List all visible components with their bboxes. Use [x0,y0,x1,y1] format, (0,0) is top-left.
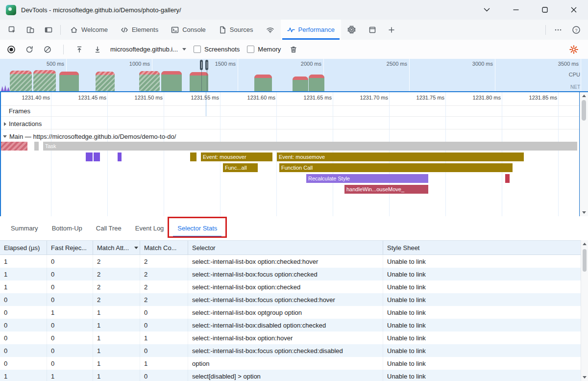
close-button[interactable] [559,0,588,20]
help-button[interactable]: ? [567,25,585,34]
table-row[interactable]: 1022select:-internal-list-box option:che… [0,280,581,293]
cpu-lane-label: CPU [569,72,580,77]
maximize-button[interactable] [530,0,559,20]
memory-chip-icon [347,25,356,34]
table-row[interactable]: 1110select[disabled] > optionUnable to l… [0,370,581,381]
column-header-fast-rejec-[interactable]: Fast Rejec... [47,241,93,254]
scrollbar-thumb[interactable] [582,100,586,121]
panel-tab-bottom-up[interactable]: Bottom-Up [45,216,89,240]
timeline-time-label: 1231.80 ms [466,95,501,101]
table-row[interactable]: 0022select:-internal-list-box:focus opti… [0,293,581,306]
tab-console[interactable]: Console [165,20,212,40]
panel-tab-summary[interactable]: Summary [4,216,45,240]
grid-header: Elapsed (µs)Fast Rejec...Match Att...Mat… [0,240,581,255]
table-cell: 1 [140,331,188,344]
table-row[interactable]: 1022select:-internal-list-box:focus opti… [0,268,581,280]
capture-settings-button[interactable] [568,44,579,55]
scrollbar-thumb[interactable] [583,249,587,272]
record-button[interactable] [6,44,17,55]
clear-recording-button[interactable] [42,44,53,55]
window-dock-chevron-button[interactable] [472,0,501,20]
main-track-header[interactable]: Main — https://microsoftedge.github.io/D… [3,133,176,140]
inspect-element-button[interactable] [3,20,21,40]
scroll-up-icon[interactable] [583,243,587,245]
tab-network[interactable] [260,20,281,40]
screenshots-checkbox-group[interactable]: Screenshots [194,46,240,53]
panel-tab-call-tree[interactable]: Call Tree [89,216,128,240]
event-mousemove-bar[interactable]: Event: mousemove [277,152,524,161]
frames-row-label[interactable]: Frames [9,107,30,115]
main-task-bar[interactable]: Task [43,142,577,151]
table-row[interactable]: 0010select:-internal-list-box:focus opti… [0,344,581,357]
table-cell: 0 [140,319,188,331]
column-header-text: Selector [192,244,216,252]
scroll-down-icon[interactable] [583,376,587,379]
minimize-icon [513,7,519,13]
column-header-style-sheet[interactable]: Style Sheet [383,241,581,254]
save-profile-button[interactable] [92,44,103,55]
style-block[interactable] [505,174,510,183]
focus-mode-button[interactable] [39,20,57,40]
function-call-bar[interactable]: Func...all [223,163,258,172]
activity-block[interactable] [86,152,93,161]
recalculate-style-bar[interactable]: Recalculate Style [306,174,428,183]
table-cell: 0 [47,255,93,268]
tab-elements[interactable]: Elements [114,20,165,40]
column-header-elapsed-s-[interactable]: Elapsed (µs) [0,241,47,254]
cpu-activity-blob [33,70,56,91]
event-handler-bar[interactable]: handleWin...ouseMove_ [344,185,428,194]
flame-chart[interactable]: Frames Interactions Main — https://micro… [0,92,588,216]
window-handle-left[interactable] [200,60,203,70]
interactions-row-label[interactable]: Interactions [4,120,42,127]
table-row[interactable]: 0110select:-internal-list-box optgroup o… [0,306,581,319]
table-cell: 2 [93,293,140,306]
scroll-down-icon[interactable] [582,211,586,214]
column-header-match-att-[interactable]: Match Att... [93,241,140,254]
panel-tab-event-log[interactable]: Event Log [128,216,171,240]
memory-checkbox[interactable] [247,46,254,53]
event-block[interactable] [190,152,196,161]
tab-application[interactable] [362,20,383,40]
table-cell: Unable to link [383,319,581,331]
task-fragment[interactable] [34,142,39,151]
memory-checkbox-group[interactable]: Memory [247,46,281,53]
overview-time-label: 2000 ms [290,61,321,67]
flame-chart-scrollbar[interactable] [580,92,588,216]
window-handle-right[interactable] [205,60,208,70]
column-header-match-co-[interactable]: Match Co... [140,241,188,254]
panel-tab-selector-stats[interactable]: Selector Stats [171,216,224,240]
table-cell: select:-internal-list-box option:checked… [188,255,383,268]
screenshots-checkbox[interactable] [194,46,201,53]
interactions-label-text: Interactions [9,120,42,127]
table-row[interactable]: 0011select:-internal-list-box option:hov… [0,331,581,344]
reload-and-record-button[interactable] [24,44,35,55]
load-profile-button[interactable] [74,44,85,55]
activity-block[interactable] [94,152,100,161]
overview-strip[interactable]: CPU NET 500 ms1000 ms1500 ms2000 ms2500 … [0,59,588,92]
table-cell: select:-internal-list-box:disabled optio… [188,319,383,331]
column-header-selector[interactable]: Selector [188,241,383,254]
scroll-up-icon[interactable] [582,95,586,97]
function-call-bar[interactable]: Function Call [279,163,513,172]
table-row[interactable]: 1022select:-internal-list-box option:che… [0,255,581,268]
table-row[interactable]: 0011optionUnable to link [0,357,581,370]
minimize-button[interactable] [501,0,530,20]
divider [63,45,64,54]
tab-welcome[interactable]: Welcome [64,20,114,40]
tab-memory[interactable] [341,20,362,40]
activity-block[interactable] [118,152,122,161]
customize-devtools-button[interactable] [549,26,567,34]
long-task-segment[interactable] [0,142,27,151]
profile-dropdown[interactable]: microsoftedge.github.i... [110,46,186,53]
table-cell: Unable to link [383,293,581,306]
record-icon [7,45,16,54]
table-scrollbar[interactable] [581,240,588,381]
event-mouseover-bar[interactable]: Event: mouseover [201,152,272,161]
tab-performance[interactable]: Performance [281,20,341,40]
table-cell: select:-internal-list-box optgroup optio… [188,306,383,319]
delete-recording-button[interactable] [288,44,299,55]
table-row[interactable]: 0010select:-internal-list-box:disabled o… [0,319,581,331]
tab-sources[interactable]: Sources [212,20,260,40]
device-emulation-button[interactable] [21,20,39,40]
more-tools-button[interactable] [383,20,401,40]
